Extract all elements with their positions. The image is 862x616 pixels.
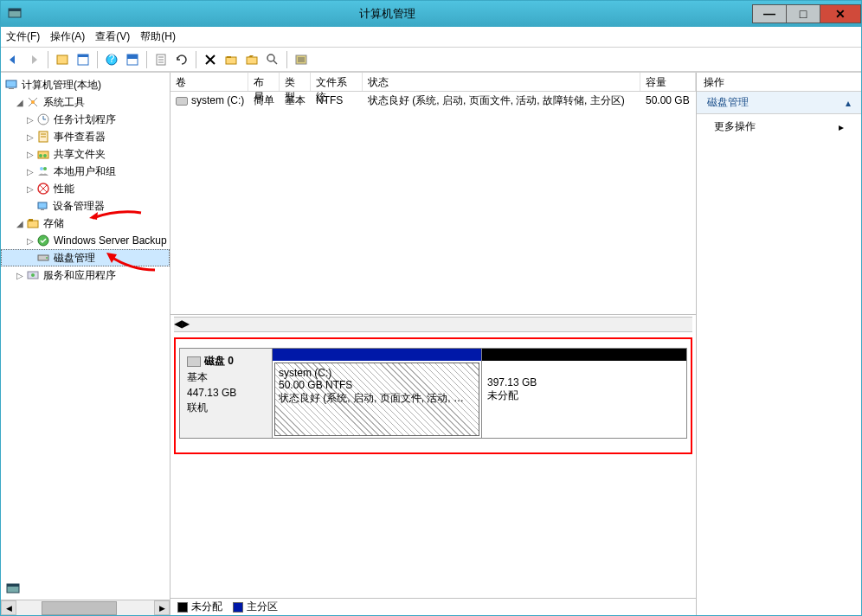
svg-rect-16 [9,88,14,89]
svg-rect-4 [78,55,88,57]
svg-point-13 [267,55,274,61]
window-title: 计算机管理 [22,6,753,22]
disk-hscroll[interactable]: ◀ ▶ [174,317,692,332]
help-button[interactable]: ? [103,51,120,68]
menu-file[interactable]: 文件(F) [6,29,40,44]
cell-status: 状态良好 (系统, 启动, 页面文件, 活动, 故障转储, 主分区) [363,93,640,109]
tree-pane: 计算机管理(本地) ◢ 系统工具 ▷ 任务计划程序 ▷ 事件查看器 [1,73,170,615]
actions-pane: 操作 磁盘管理 ▴ 更多操作 ▸ [697,73,861,615]
titlebar: 计算机管理 — □ ✕ [1,1,861,27]
tree-perf[interactable]: ▷ 性能 [1,180,170,197]
open-button[interactable] [243,51,261,68]
forward-button[interactable] [25,51,42,68]
settings-button[interactable] [222,51,240,68]
svg-rect-11 [227,56,231,58]
svg-point-21 [39,154,42,157]
tree-shared[interactable]: ▷ 共享文件夹 [1,145,170,163]
svg-point-22 [43,154,47,157]
toolbar: ? [1,48,861,72]
svg-point-34 [31,273,35,277]
cell-type: 基本 [280,93,311,109]
tree-eventviewer[interactable]: ▷ 事件查看器 [1,128,170,145]
cell-fs: NTFS [311,93,363,107]
disk-graphical-pane: ◀ ▶ 磁盘 0 基本 447.13 GB 联机 [170,315,696,615]
perf-icon [36,182,50,196]
col-fs[interactable]: 文件系统 [311,73,363,91]
properties-button[interactable] [74,51,92,68]
col-status[interactable]: 状态 [363,73,640,91]
tree-wsb[interactable]: ▷ Windows Server Backup [1,232,170,249]
svg-rect-28 [28,221,38,228]
delete-button[interactable] [202,51,219,68]
users-icon [36,164,50,178]
mmc-footer-icon [6,582,20,596]
tree-root[interactable]: 计算机管理(本地) [1,76,170,93]
col-capacity[interactable]: 容量 [640,73,696,91]
svg-point-24 [43,167,47,170]
tree-diskmgmt[interactable]: 磁盘管理 [1,249,170,266]
menu-help[interactable]: 帮助(H) [140,29,176,44]
list-button[interactable] [293,51,310,68]
svg-point-17 [31,100,35,104]
svg-rect-2 [57,55,68,64]
disk-drive-icon [187,356,201,367]
close-button[interactable]: ✕ [820,4,861,23]
menu-action[interactable]: 操作(A) [50,29,85,44]
actions-more[interactable]: 更多操作 ▸ [697,114,861,139]
partition-unallocated[interactable]: 397.13 GB 未分配 [482,348,687,439]
legend-unallocated: 未分配 [177,600,222,614]
disk-row[interactable]: 磁盘 0 基本 447.13 GB 联机 system (C:) 50.00 G… [179,348,687,439]
computer-icon [4,78,18,92]
volume-list: 卷 布局 类型 文件系统 状态 容量 system (C:) 简单 基本 NTF… [170,73,696,315]
event-icon [36,130,50,144]
actions-header: 操作 [697,73,861,92]
tree-localusers[interactable]: ▷ 本地用户和组 [1,163,170,180]
tree-systools[interactable]: ◢ 系统工具 [1,93,170,111]
volume-icon [176,97,188,106]
cell-capacity: 50.00 GB [640,93,696,107]
svg-rect-1 [9,9,21,11]
refresh-button[interactable] [152,51,170,68]
annotation-redbox: 磁盘 0 基本 447.13 GB 联机 system (C:) 50.00 G… [174,337,692,454]
tree-devmgr[interactable]: 设备管理器 [1,197,170,215]
minimize-button[interactable]: — [752,4,787,23]
col-type[interactable]: 类型 [280,73,311,91]
svg-rect-36 [7,584,19,587]
clock-icon [36,112,50,126]
rescan-button[interactable] [173,51,190,68]
volume-list-header: 卷 布局 类型 文件系统 状态 容量 [170,73,696,92]
storage-icon [26,216,40,230]
legend-primary: 主分区 [233,600,278,614]
actions-section[interactable]: 磁盘管理 ▴ [697,92,861,114]
svg-point-23 [40,167,43,170]
device-icon [35,199,49,213]
find-button[interactable] [264,51,281,68]
main-pane: 卷 布局 类型 文件系统 状态 容量 system (C:) 简单 基本 NTF… [170,73,697,615]
tools-icon [26,95,40,109]
tree-hscroll[interactable]: ◀ ▶ [1,600,170,615]
svg-rect-12 [247,57,257,64]
col-layout[interactable]: 布局 [248,73,280,91]
show-hide-tree-button[interactable] [54,51,71,68]
backup-icon [36,234,50,247]
collapse-icon: ▴ [846,97,851,109]
svg-rect-29 [29,219,33,221]
menubar: 文件(F) 操作(A) 查看(V) 帮助(H) [1,27,861,48]
partition-system[interactable]: system (C:) 50.00 GB NTFS 状态良好 (系统, 启动, … [273,348,482,439]
svg-rect-10 [226,57,236,64]
disk-info[interactable]: 磁盘 0 基本 447.13 GB 联机 [179,348,273,439]
services-icon [26,268,40,282]
tree-storage[interactable]: ◢ 存储 [1,215,170,232]
volume-row[interactable]: system (C:) 简单 基本 NTFS 状态良好 (系统, 启动, 页面文… [170,92,696,109]
chevron-right-icon: ▸ [839,121,844,133]
svg-rect-15 [6,80,16,87]
col-volume[interactable]: 卷 [170,73,248,91]
back-button[interactable] [4,51,22,68]
menu-view[interactable]: 查看(V) [95,29,130,44]
tree-scheduler[interactable]: ▷ 任务计划程序 [1,111,170,128]
svg-rect-27 [41,209,44,210]
maximize-button[interactable]: □ [786,4,820,23]
tree-services[interactable]: ▷ 服务和应用程序 [1,266,170,284]
svg-rect-26 [38,202,47,209]
view-top-button[interactable] [124,51,141,68]
